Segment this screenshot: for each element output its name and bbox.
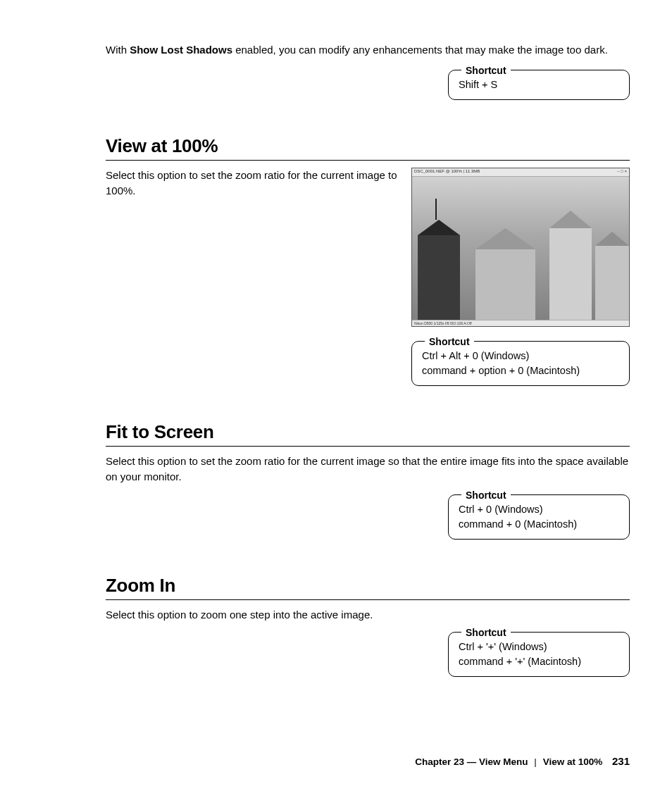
shortcut-line-2: command + 0 (Macintosh) [459, 517, 619, 532]
image-window-controls: – □ × [617, 169, 627, 175]
image-title: DSC_0001.NEF @ 100% | 11.3MB [414, 169, 480, 175]
rule [106, 446, 630, 447]
page-content: With Show Lost Shadows enabled, you can … [0, 0, 672, 677]
shortcut-box-fit-to-screen: Shortcut Ctrl + 0 (Windows) command + 0 … [448, 494, 630, 540]
footer-chapter: Chapter 23 — View Menu [415, 756, 528, 767]
footer-topic: View at 100% [543, 756, 603, 767]
page-footer: Chapter 23 — View Menu | View at 100% 23… [415, 755, 630, 767]
image-statusbar: Nikon D500 1/125s f/8 ISO:100 A:Off [412, 320, 629, 326]
shortcut-line-2: command + '+' (Macintosh) [459, 654, 619, 669]
shortcut-box-view-100: Shortcut Ctrl + Alt + 0 (Windows) comman… [411, 341, 630, 386]
image-titlebar: DSC_0001.NEF @ 100% | 11.3MB – □ × [412, 168, 629, 177]
example-image-window: DSC_0001.NEF @ 100% | 11.3MB – □ × Nikon… [411, 168, 630, 327]
footer-separator: | [530, 756, 540, 767]
body-view-100: Select this option to set the zoom ratio… [106, 168, 399, 199]
shortcut-legend: Shortcut [461, 488, 511, 502]
shortcut-legend: Shortcut [461, 63, 511, 77]
shortcut-box-show-lost-shadows: Shortcut Shift + S [448, 70, 630, 100]
section-view-100: Select this option to set the zoom ratio… [106, 168, 630, 386]
body-zoom-in: Select this option to zoom one step into… [106, 607, 630, 623]
rule [106, 599, 630, 600]
footer-page-number: 231 [605, 755, 630, 767]
intro-prefix: With [106, 44, 130, 56]
body-fit-to-screen: Select this option to set the zoom ratio… [106, 454, 630, 485]
shortcut-line-2: command + option + 0 (Macintosh) [422, 363, 619, 378]
shortcut-legend: Shortcut [461, 625, 511, 640]
intro-suffix: enabled, you can modify any enhancements… [232, 44, 608, 56]
shortcut-line-1: Ctrl + '+' (Windows) [459, 640, 619, 654]
intro-bold: Show Lost Shadows [130, 44, 232, 56]
intro-paragraph: With Show Lost Shadows enabled, you can … [106, 42, 630, 57]
shortcut-box-zoom-in: Shortcut Ctrl + '+' (Windows) command + … [448, 632, 630, 677]
shortcut-text: Shift + S [459, 77, 619, 92]
shortcut-line-1: Ctrl + 0 (Windows) [459, 502, 619, 517]
heading-fit-to-screen: Fit to Screen [106, 421, 630, 443]
shortcut-line-1: Ctrl + Alt + 0 (Windows) [422, 349, 619, 363]
heading-zoom-in: Zoom In [106, 575, 630, 597]
image-content [412, 177, 629, 320]
shortcut-legend: Shortcut [425, 335, 474, 349]
heading-view-100: View at 100% [106, 135, 630, 157]
rule [106, 160, 630, 161]
